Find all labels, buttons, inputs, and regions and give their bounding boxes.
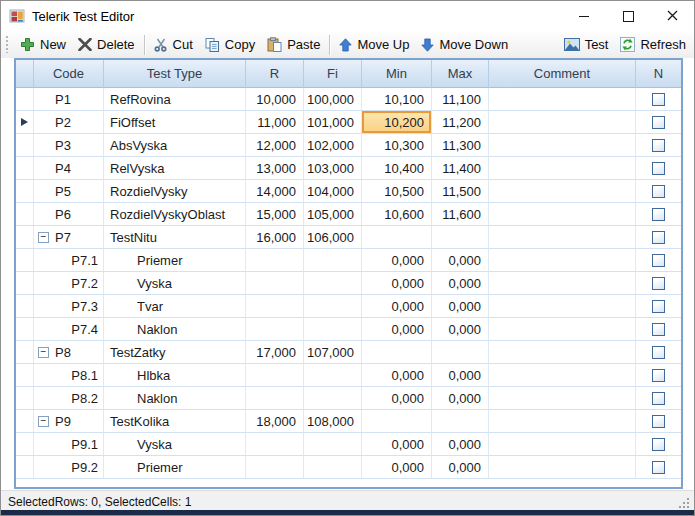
row-indicator-cell[interactable] (16, 433, 34, 456)
cell-test-type[interactable]: Vyska (104, 272, 246, 295)
cell-code[interactable]: P2 (34, 111, 104, 134)
cell-max[interactable]: 0,000 (432, 456, 489, 479)
cell-n[interactable] (636, 272, 681, 295)
n-checkbox[interactable] (652, 139, 665, 152)
n-checkbox[interactable] (652, 116, 665, 129)
cell-comment[interactable] (489, 433, 636, 456)
move-up-button[interactable]: Move Up (333, 33, 415, 56)
cell-test-type[interactable]: Priemer (104, 456, 246, 479)
cell-min[interactable]: 0,000 (362, 318, 432, 341)
cell-code[interactable]: P7.1 (34, 249, 104, 272)
column-header-max[interactable]: Max (432, 60, 489, 88)
cell-n[interactable] (636, 364, 681, 387)
cell-fi[interactable] (304, 318, 362, 341)
cell-r[interactable] (246, 272, 304, 295)
cell-fi[interactable] (304, 364, 362, 387)
cell-n[interactable] (636, 134, 681, 157)
cell-fi[interactable] (304, 456, 362, 479)
row-indicator-cell[interactable] (16, 456, 34, 479)
paste-button[interactable]: Paste (261, 33, 326, 56)
cell-r[interactable] (246, 433, 304, 456)
cell-fi[interactable] (304, 272, 362, 295)
n-checkbox[interactable] (652, 346, 665, 359)
cell-test-type[interactable]: AbsVyska (104, 134, 246, 157)
cell-code[interactable]: P9.1 (34, 433, 104, 456)
cell-fi[interactable]: 102,000 (304, 134, 362, 157)
cell-fi[interactable]: 105,000 (304, 203, 362, 226)
table-row-P8.2[interactable]: P8.2Naklon0,0000,000 (16, 387, 681, 410)
cell-comment[interactable] (489, 203, 636, 226)
cell-comment[interactable] (489, 180, 636, 203)
cell-r[interactable] (246, 387, 304, 410)
cell-code[interactable]: P9.2 (34, 456, 104, 479)
cell-r[interactable]: 12,000 (246, 134, 304, 157)
cell-max[interactable]: 0,000 (432, 272, 489, 295)
cell-min[interactable]: 10,400 (362, 157, 432, 180)
cell-comment[interactable] (489, 364, 636, 387)
cell-r[interactable]: 10,000 (246, 88, 304, 111)
row-indicator-cell[interactable] (16, 134, 34, 157)
cell-max[interactable] (432, 410, 489, 433)
cell-r[interactable]: 15,000 (246, 203, 304, 226)
cell-fi[interactable] (304, 433, 362, 456)
table-row-P9[interactable]: −P9TestKolika18,000108,000 (16, 410, 681, 433)
n-checkbox[interactable] (652, 392, 665, 405)
n-checkbox[interactable] (652, 254, 665, 267)
cell-comment[interactable] (489, 88, 636, 111)
refresh-button[interactable]: Refresh (614, 33, 692, 56)
n-checkbox[interactable] (652, 277, 665, 290)
cell-r[interactable]: 16,000 (246, 226, 304, 249)
cell-min[interactable]: 0,000 (362, 249, 432, 272)
cell-fi[interactable]: 103,000 (304, 157, 362, 180)
cell-comment[interactable] (489, 249, 636, 272)
cell-min[interactable]: 0,000 (362, 364, 432, 387)
cell-min[interactable]: 0,000 (362, 456, 432, 479)
collapse-minus-icon[interactable]: − (38, 232, 49, 243)
cell-comment[interactable] (489, 387, 636, 410)
table-row-P8.1[interactable]: P8.1Hlbka0,0000,000 (16, 364, 681, 387)
cell-n[interactable] (636, 203, 681, 226)
cell-test-type[interactable]: Naklon (104, 318, 246, 341)
row-indicator-cell[interactable] (16, 157, 34, 180)
n-checkbox[interactable] (652, 231, 665, 244)
row-indicator-cell[interactable] (16, 341, 34, 364)
cell-test-type[interactable]: Hlbka (104, 364, 246, 387)
cell-r[interactable] (246, 364, 304, 387)
cell-test-type[interactable]: FiOffset (104, 111, 246, 134)
n-checkbox[interactable] (652, 185, 665, 198)
cell-min[interactable]: 10,500 (362, 180, 432, 203)
cell-max[interactable]: 0,000 (432, 433, 489, 456)
cell-code[interactable]: P5 (34, 180, 104, 203)
cell-n[interactable] (636, 226, 681, 249)
cell-fi[interactable]: 104,000 (304, 180, 362, 203)
column-header-row-indicator[interactable] (16, 60, 34, 88)
cell-test-type[interactable]: Naklon (104, 387, 246, 410)
cell-code[interactable]: P3 (34, 134, 104, 157)
cell-max[interactable]: 0,000 (432, 387, 489, 410)
row-indicator-cell[interactable] (16, 295, 34, 318)
copy-button[interactable]: Copy (199, 33, 261, 56)
cell-comment[interactable] (489, 456, 636, 479)
cell-code[interactable]: P8.1 (34, 364, 104, 387)
cell-max[interactable]: 0,000 (432, 295, 489, 318)
cell-comment[interactable] (489, 318, 636, 341)
cell-r[interactable]: 13,000 (246, 157, 304, 180)
cell-n[interactable] (636, 111, 681, 134)
cell-max[interactable]: 11,600 (432, 203, 489, 226)
cell-code[interactable]: P7.3 (34, 295, 104, 318)
cell-min[interactable]: 10,100 (362, 88, 432, 111)
row-indicator-cell[interactable] (16, 88, 34, 111)
cell-r[interactable] (246, 249, 304, 272)
table-row-P7.2[interactable]: P7.2Vyska0,0000,000 (16, 272, 681, 295)
cell-n[interactable] (636, 456, 681, 479)
cell-comment[interactable] (489, 157, 636, 180)
cell-min[interactable]: 10,600 (362, 203, 432, 226)
row-indicator-cell[interactable] (16, 387, 34, 410)
delete-button[interactable]: Delete (72, 33, 141, 56)
n-checkbox[interactable] (652, 208, 665, 221)
cell-n[interactable] (636, 410, 681, 433)
column-header-n[interactable]: N (636, 60, 681, 88)
cell-n[interactable] (636, 387, 681, 410)
cell-test-type[interactable]: RelVyska (104, 157, 246, 180)
cell-code[interactable]: P1 (34, 88, 104, 111)
